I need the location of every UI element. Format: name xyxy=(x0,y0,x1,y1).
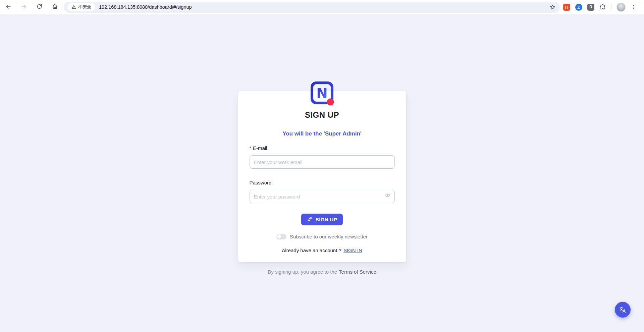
email-label: * E-mail xyxy=(250,145,395,151)
extension-download-icon[interactable] xyxy=(575,4,582,11)
signup-card: SIGN UP You will be the 'Super Admin' * … xyxy=(238,91,406,262)
page-title: SIGN UP xyxy=(250,110,395,120)
bookmark-star-icon[interactable] xyxy=(549,4,556,10)
warning-icon xyxy=(71,5,76,9)
password-label-text: Password xyxy=(250,180,272,186)
url-text[interactable]: 192.168.184.135:8080/dashboard/#/signup xyxy=(99,4,192,10)
reload-icon xyxy=(36,3,43,11)
extensions-puzzle-icon[interactable] xyxy=(599,4,606,10)
rocket-icon xyxy=(307,217,313,222)
forward-icon xyxy=(20,3,27,11)
forward-button[interactable] xyxy=(19,2,29,12)
signup-button[interactable]: SIGN UP xyxy=(301,214,343,225)
browser-nav-buttons xyxy=(3,2,60,12)
password-label: Password xyxy=(250,180,395,186)
signin-link[interactable]: SIGN IN xyxy=(343,247,362,253)
language-switch-button[interactable] xyxy=(615,302,631,318)
app-logo: N xyxy=(309,80,335,107)
extension-r-icon[interactable]: R xyxy=(587,4,594,11)
email-label-text: E-mail xyxy=(253,145,267,151)
translate-icon xyxy=(619,306,627,314)
terms-prefix: By signing up, you agree to the xyxy=(268,269,337,275)
toolbar-divider xyxy=(611,4,611,10)
browser-toolbar: 不安全 192.168.184.135:8080/dashboard/#/sig… xyxy=(0,0,644,14)
signup-button-label: SIGN UP xyxy=(316,217,337,222)
newsletter-label: Subscribe to our weekly newsletter xyxy=(290,234,368,239)
terms-link[interactable]: Terms of Service xyxy=(339,269,376,275)
super-admin-note: You will be the 'Super Admin' xyxy=(250,130,395,137)
required-asterisk: * xyxy=(250,145,251,151)
menu-dots-icon[interactable] xyxy=(631,4,637,10)
security-chip[interactable]: 不安全 xyxy=(68,3,95,11)
password-visibility-toggle-icon[interactable] xyxy=(385,192,390,198)
email-field[interactable] xyxy=(250,155,395,169)
security-label: 不安全 xyxy=(78,4,91,10)
reload-button[interactable] xyxy=(34,2,44,12)
extension-braces-label: {} xyxy=(565,5,569,9)
extension-braces-icon[interactable]: {} xyxy=(563,4,570,11)
logo-red-dot xyxy=(327,99,334,106)
address-bar[interactable]: 不安全 192.168.184.135:8080/dashboard/#/sig… xyxy=(64,2,560,13)
profile-avatar[interactable] xyxy=(616,3,626,12)
back-button[interactable] xyxy=(3,2,13,12)
password-field[interactable] xyxy=(250,190,395,203)
back-icon xyxy=(5,3,12,11)
svg-text:N: N xyxy=(316,86,327,101)
extension-r-label: R xyxy=(589,5,592,9)
signin-prompt: Already have an account ? xyxy=(282,247,341,253)
extensions-area: {} R xyxy=(563,3,640,12)
signup-page: N SIGN UP You will be the 'Super Admin' … xyxy=(0,14,644,332)
terms-note: By signing up, you agree to theTerms of … xyxy=(238,269,406,275)
home-button[interactable] xyxy=(50,2,60,12)
toggle-knob xyxy=(277,234,281,239)
newsletter-toggle[interactable] xyxy=(276,234,286,239)
home-icon xyxy=(52,3,58,11)
